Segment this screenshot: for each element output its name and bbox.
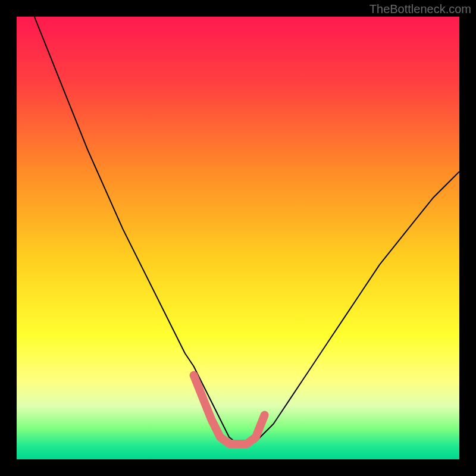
bottleneck-chart: TheBottleneck.com [0, 0, 476, 476]
chart-canvas [0, 0, 476, 476]
watermark-label: TheBottleneck.com [369, 2, 471, 16]
svg-rect-1 [17, 17, 459, 459]
